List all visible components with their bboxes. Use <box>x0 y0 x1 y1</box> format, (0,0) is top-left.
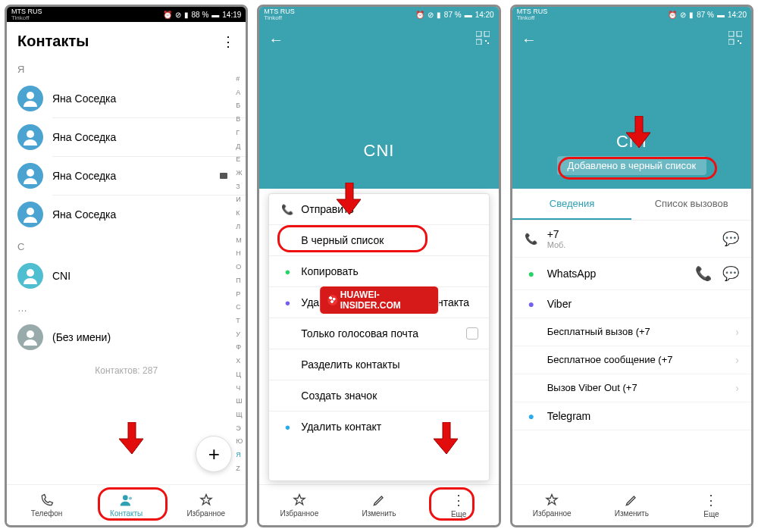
menu-send[interactable]: 📞Отправить <box>269 194 488 225</box>
call-icon[interactable]: 📞 <box>695 265 712 282</box>
status-bar: MTS RUSTinkoff ⏰⊘▮ 87 %▬ 14:20 <box>512 7 751 22</box>
avatar <box>17 324 43 350</box>
star-icon <box>544 493 559 508</box>
viber-freemsg[interactable]: Бесплатное сообщение (+7› <box>512 346 751 374</box>
app-label: Viber <box>547 298 739 310</box>
clock: 14:20 <box>728 11 747 19</box>
screen-header: Контакты ⋮ <box>7 22 246 56</box>
viber-out[interactable]: Вызов Viber Out (+7› <box>512 374 751 402</box>
chevron-icon: › <box>735 382 739 394</box>
contact-name: Яна Соседка <box>52 92 116 105</box>
avatar <box>17 163 43 189</box>
back-icon[interactable]: ← <box>522 31 537 49</box>
battery-icon: ▬ <box>717 11 725 19</box>
message-icon[interactable]: 💬 <box>722 265 739 282</box>
section-letter: C <box>7 233 246 257</box>
message-icon[interactable]: 💬 <box>722 230 739 247</box>
whatsapp-icon: ● <box>281 266 293 277</box>
tab-label: Еще <box>703 510 719 518</box>
whatsapp-icon: ● <box>525 268 538 280</box>
dnd-icon: ⊘ <box>428 11 434 19</box>
tab-label: Избранное <box>533 509 572 518</box>
phone-icon: 📞 <box>525 233 538 245</box>
viber-icon: ● <box>525 298 538 310</box>
dnd-icon: ⊘ <box>175 11 181 19</box>
annotation-arrow <box>434 422 459 455</box>
svg-rect-3 <box>476 31 481 36</box>
alpha-index[interactable]: #AБВГДЕЖЗИКЛМНОПРСТУФХЦЧШЩЭЮЯZ <box>236 75 243 472</box>
subcarrier: Tinkoff <box>264 15 295 21</box>
alarm-icon: ⏰ <box>415 11 424 19</box>
contacts-count: Контактов: 287 <box>7 356 246 385</box>
status-right: ⏰⊘▮ 87 %▬ 14:20 <box>415 11 494 19</box>
svg-rect-12 <box>740 42 741 44</box>
phone-row[interactable]: 📞 +7Моб. 💬 <box>512 221 751 258</box>
contact-name: Яна Соседка <box>52 170 116 182</box>
menu-voicemail[interactable]: Только голосовая почта <box>269 318 488 349</box>
phone-number: +7Моб. <box>547 228 713 249</box>
contact-name: (Без имени) <box>52 331 111 343</box>
contact-row[interactable]: Яна Соседка <box>7 80 246 117</box>
clock: 14:20 <box>475 11 494 19</box>
avatar <box>17 263 43 289</box>
avatar <box>17 202 43 227</box>
viber-freecall[interactable]: Бесплатный вызов (+7› <box>512 318 751 346</box>
tab-phone[interactable]: Телефон <box>7 485 86 525</box>
signal-icon: ▮ <box>437 11 441 19</box>
tab-edit[interactable]: Изменить <box>592 485 672 525</box>
battery: 88 % <box>192 11 209 19</box>
avatar <box>17 86 43 111</box>
qr-icon[interactable] <box>728 31 742 48</box>
tab-fav[interactable]: Избранное <box>166 485 246 525</box>
sim-icon <box>220 173 227 179</box>
telegram-icon: ● <box>281 421 293 433</box>
tab-fav[interactable]: Избранное <box>259 485 339 525</box>
checkbox[interactable] <box>466 327 478 340</box>
contact-row[interactable]: Яна Соседка <box>7 196 246 233</box>
annotation-ring <box>277 225 428 252</box>
watermark: HUAWEI-INSIDER.COM <box>319 286 439 315</box>
screen-contact-menu: MTS RUSTinkoff ⏰⊘▮ 87 %▬ 14:20 ← CNI 📞От… <box>257 5 500 527</box>
svg-rect-10 <box>728 39 734 45</box>
menu-split[interactable]: Разделить контакты <box>269 349 488 380</box>
signal-icon: ▮ <box>689 11 694 19</box>
more-icon: ⋮ <box>704 492 718 509</box>
contact-row[interactable]: (Без имени) <box>7 318 246 356</box>
tab-edit[interactable]: Изменить <box>339 485 418 525</box>
qr-icon[interactable] <box>476 31 490 48</box>
svg-rect-6 <box>485 40 487 42</box>
annotation-ring <box>429 487 475 521</box>
menu-copy[interactable]: ●Копировать <box>269 256 488 287</box>
status-right: ⏰⊘▮ 87 %▬ 14:20 <box>668 11 747 19</box>
avatar <box>17 124 43 150</box>
viber-row[interactable]: ● Viber <box>512 290 751 318</box>
tab-calls[interactable]: Список вызовов <box>631 189 751 220</box>
tab-info[interactable]: Сведения <box>512 189 632 220</box>
menu-label: Только голосовая почта <box>301 327 418 340</box>
add-contact-fab[interactable]: + <box>196 436 232 472</box>
tab-label: Изменить <box>362 509 396 518</box>
edit-icon <box>624 493 639 508</box>
battery: 87 % <box>697 11 714 19</box>
detail-tabs: Сведения Список вызовов <box>512 189 751 221</box>
dnd-icon: ⊘ <box>680 11 686 19</box>
more-icon[interactable]: ⋮ <box>221 35 235 49</box>
telegram-row[interactable]: ● Telegram <box>512 402 751 430</box>
contact-row[interactable]: Яна Соседка <box>7 118 246 156</box>
edit-icon <box>371 493 387 508</box>
tab-fav[interactable]: Избранное <box>512 485 592 525</box>
whatsapp-row[interactable]: ● WhatsApp 📞💬 <box>512 258 751 290</box>
tab-more[interactable]: ⋮Еще <box>672 485 751 525</box>
svg-rect-7 <box>487 42 489 44</box>
menu-shortcut[interactable]: Создать значок <box>269 380 488 412</box>
status-bar: MTS RUS Tinkoff ⏰ ⊘ ▮ 88 % ▬ 14:19 <box>7 7 246 22</box>
contact-row[interactable]: Яна Соседка <box>7 157 246 195</box>
contact-row[interactable]: CNI <box>7 257 246 295</box>
svg-rect-9 <box>737 31 742 36</box>
battery: 87 % <box>444 11 462 19</box>
back-icon[interactable]: ← <box>268 31 283 49</box>
status-right: ⏰ ⊘ ▮ 88 % ▬ 14:19 <box>163 11 242 19</box>
screen-contacts-list: MTS RUS Tinkoff ⏰ ⊘ ▮ 88 % ▬ 14:19 Конта… <box>5 5 248 527</box>
annotation-arrow <box>119 422 145 455</box>
page-title: Контакты <box>17 33 89 50</box>
